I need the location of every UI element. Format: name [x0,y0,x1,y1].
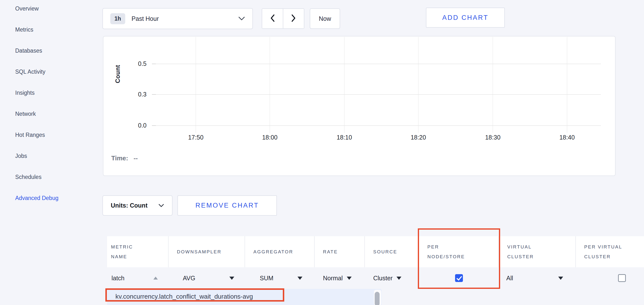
rate-select[interactable]: Normal [315,267,365,289]
dropdown-open-arrow-icon [154,277,158,280]
hover-time-readout: Time:-- [111,154,138,162]
time-readout-value: -- [134,154,138,162]
now-button[interactable]: Now [310,8,340,29]
aggregator-select[interactable]: SUM [245,267,315,289]
aggregator-value: SUM [260,275,274,282]
sidebar-item-schedules[interactable]: Schedules [15,173,58,181]
per-virtual-cluster-cell [576,267,644,289]
time-readout-label: Time: [111,154,128,162]
metrics-table-row: latch AVG SUM Normal Cluster All [107,267,644,289]
chevron-left-icon [270,14,275,23]
sidebar-item-jobs[interactable]: Jobs [15,152,58,160]
gridline-vertical [270,37,270,133]
sidebar-item-overview[interactable]: Overview [15,5,58,12]
x-tick: 18:00 [253,134,287,141]
column-header-metric-name: METRIC NAME [107,236,168,267]
source-value: Cluster [373,275,392,282]
sidebar-item-sql-activity[interactable]: SQL Activity [15,68,58,75]
gridline-vertical [196,37,196,133]
rate-value: Normal [323,275,343,282]
column-header-rate: RATE [315,236,365,267]
x-tick: 18:30 [476,134,510,141]
dropdown-arrow-icon [396,277,402,280]
gridline-horizontal [152,64,601,64]
downsampler-value: AVG [183,275,195,282]
metric-suggestions-dropdown: kv.concurrency.latch_conflict_wait_durat… [107,289,382,305]
time-nav-group [262,8,304,29]
time-range-picker[interactable]: 1h Past Hour [102,8,253,29]
units-select-label: Units: Count [111,202,148,209]
source-select[interactable]: Cluster [365,267,419,289]
column-header-per-node-store: PER NODE/STORE [419,236,499,267]
gridline-vertical [567,37,567,133]
dropdown-arrow-icon [558,277,563,280]
dropdown-arrow-icon [347,277,352,280]
y-axis-label: Count [114,65,121,83]
units-select[interactable]: Units: Count [102,195,172,216]
gridline-vertical [492,37,493,133]
sidebar: Overview Metrics Databases SQL Activity … [15,5,58,202]
chevron-down-icon [238,16,245,21]
add-chart-button[interactable]: ADD CHART [426,7,505,28]
column-header-downsampler: DOWNSAMPLER [168,236,245,267]
downsampler-select[interactable]: AVG [168,267,245,289]
gridline-horizontal [152,94,601,95]
x-tick: 17:50 [179,134,213,141]
virtual-cluster-select[interactable]: All [499,267,576,289]
time-range-badge: 1h [110,13,125,24]
y-tick: 0.3 [129,91,146,98]
sidebar-item-network[interactable]: Network [15,110,58,117]
per-virtual-cluster-checkbox[interactable] [618,274,626,282]
x-tick: 18:10 [327,134,362,141]
metric-suggestion-option[interactable]: kv.concurrency.latch_conflict_wait_durat… [107,289,382,300]
virtual-cluster-value: All [506,275,513,282]
column-header-source: SOURCE [365,236,419,267]
time-range-label: Past Hour [132,15,159,22]
sidebar-item-advanced-debug[interactable]: Advanced Debug [15,194,58,202]
column-header-per-virtual-cluster: PER VIRTUAL CLUSTER [576,236,644,267]
chevron-down-icon [158,204,164,207]
metric-name-combobox[interactable]: latch [107,267,168,289]
per-node-store-cell [419,267,499,289]
gridline-horizontal [152,125,601,126]
metric-name-value: latch [112,275,124,282]
dropdown-arrow-icon [298,277,302,280]
chart-card: Count 0.5 0.3 0.0 17:50 18:00 18:10 18:2… [103,36,616,176]
sidebar-item-insights[interactable]: Insights [15,89,58,96]
gridline-vertical [418,37,418,133]
metrics-table-header: METRIC NAME DOWNSAMPLER AGGREGATOR RATE … [107,236,644,267]
gridline-vertical [344,37,344,133]
y-tick: 0.0 [129,122,146,129]
time-prev-button[interactable] [262,9,283,28]
column-header-virtual-cluster: VIRTUAL CLUSTER [499,236,576,267]
sidebar-item-databases[interactable]: Databases [15,47,58,54]
scrollbar-track[interactable] [374,290,381,305]
remove-chart-button[interactable]: REMOVE CHART [178,195,277,216]
time-next-button[interactable] [283,9,304,28]
sidebar-item-hot-ranges[interactable]: Hot Ranges [15,131,58,139]
scrollbar-thumb[interactable] [375,292,380,305]
chevron-right-icon [291,14,296,23]
sidebar-item-metrics[interactable]: Metrics [15,26,58,33]
column-header-aggregator: AGGREGATOR [245,236,315,267]
y-tick: 0.5 [129,60,146,67]
dropdown-arrow-icon [229,277,234,280]
x-tick: 18:20 [401,134,436,141]
per-node-store-checkbox[interactable] [455,274,463,282]
x-tick: 18:40 [550,134,584,141]
